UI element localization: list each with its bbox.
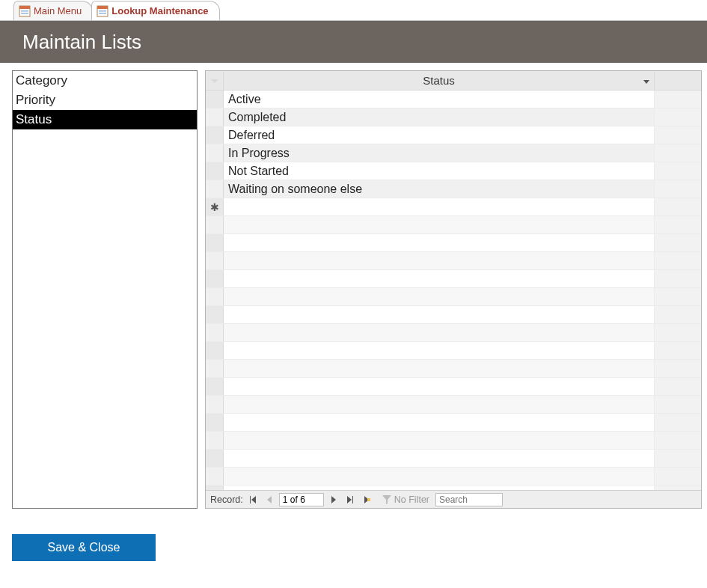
nav-prev-button[interactable] — [263, 493, 276, 506]
list-item[interactable]: Category — [13, 71, 197, 91]
svg-rect-7 — [99, 13, 106, 14]
empty-row — [206, 360, 701, 378]
empty-row — [206, 270, 701, 288]
record-label: Record: — [210, 494, 243, 505]
table-row[interactable]: In Progress — [206, 144, 701, 162]
tab-label: Main Menu — [34, 5, 82, 16]
tab-bar: Main Menu Lookup Maintenance — [0, 0, 707, 21]
cell-value[interactable]: Deferred — [224, 126, 655, 144]
empty-row — [206, 342, 701, 360]
column-header-status[interactable]: Status — [224, 71, 655, 90]
list-item[interactable]: Status — [13, 110, 197, 129]
chevron-down-icon — [643, 74, 649, 87]
row-selector[interactable] — [206, 162, 224, 180]
cell-value[interactable]: Active — [224, 91, 655, 108]
header-band: Maintain Lists — [0, 21, 707, 63]
row-extra — [655, 126, 701, 144]
svg-rect-2 — [21, 10, 28, 12]
row-extra — [655, 91, 701, 108]
empty-row — [206, 432, 701, 450]
form-icon — [19, 5, 31, 17]
work-zone: CategoryPriorityStatus Status ActiveComp… — [0, 63, 707, 509]
nav-last-button[interactable] — [343, 493, 357, 506]
new-record-row[interactable]: ✱ — [206, 198, 701, 216]
funnel-icon — [382, 495, 391, 504]
cell-value[interactable]: In Progress — [224, 144, 655, 162]
empty-row — [206, 216, 701, 234]
table-row[interactable]: Active — [206, 91, 701, 108]
tab-lookup-maintenance[interactable]: Lookup Maintenance — [91, 1, 219, 20]
row-selector[interactable] — [206, 180, 224, 197]
grid-body: ActiveCompletedDeferredIn ProgressNot St… — [206, 91, 701, 490]
search-input[interactable] — [435, 493, 503, 506]
column-header-label: Status — [423, 74, 455, 87]
table-row[interactable]: Waiting on someone else — [206, 180, 701, 198]
record-navigator: Record: No Filter — [206, 490, 701, 508]
nav-first-button[interactable] — [246, 493, 260, 506]
cell-value[interactable]: Completed — [224, 108, 655, 126]
row-extra — [655, 198, 701, 215]
table-row[interactable]: Completed — [206, 108, 701, 126]
row-selector[interactable] — [206, 91, 224, 108]
column-header-row: Status — [206, 71, 701, 91]
row-selector[interactable] — [206, 108, 224, 126]
save-close-button[interactable]: Save & Close — [12, 534, 156, 561]
datasheet-grid: Status ActiveCompletedDeferredIn Progres… — [206, 71, 701, 490]
empty-row — [206, 324, 701, 342]
cell-value[interactable] — [224, 198, 655, 215]
row-extra — [655, 162, 701, 180]
column-header-extra — [655, 71, 701, 90]
cell-value[interactable]: Waiting on someone else — [224, 180, 655, 197]
action-area: Save & Close — [0, 509, 707, 561]
form-icon — [97, 5, 108, 17]
row-extra — [655, 108, 701, 126]
record-position-input[interactable] — [279, 493, 324, 506]
row-extra — [655, 144, 701, 162]
cell-value[interactable]: Not Started — [224, 162, 655, 180]
nav-new-button[interactable] — [360, 493, 373, 506]
empty-row — [206, 414, 701, 432]
svg-rect-3 — [21, 13, 28, 14]
nav-next-button[interactable] — [327, 493, 340, 506]
select-all-cell[interactable] — [206, 71, 224, 90]
empty-row — [206, 450, 701, 468]
row-selector[interactable] — [206, 126, 224, 144]
empty-row — [206, 288, 701, 306]
filter-indicator[interactable]: No Filter — [382, 494, 429, 505]
empty-row — [206, 234, 701, 252]
tab-main-menu[interactable]: Main Menu — [13, 1, 93, 20]
filter-label: No Filter — [394, 494, 429, 505]
tab-label: Lookup Maintenance — [111, 5, 208, 16]
datasheet-panel: Status ActiveCompletedDeferredIn Progres… — [205, 70, 702, 509]
empty-row — [206, 468, 701, 486]
lookup-category-list[interactable]: CategoryPriorityStatus — [12, 70, 198, 509]
new-record-icon: ✱ — [206, 198, 224, 215]
svg-rect-1 — [19, 6, 30, 9]
list-item[interactable]: Priority — [13, 91, 197, 110]
page-title: Maintain Lists — [22, 31, 141, 54]
table-row[interactable]: Not Started — [206, 162, 701, 180]
row-selector[interactable] — [206, 144, 224, 162]
empty-row — [206, 306, 701, 324]
table-row[interactable]: Deferred — [206, 126, 701, 144]
empty-row — [206, 396, 701, 414]
svg-rect-6 — [99, 10, 106, 12]
svg-rect-5 — [97, 6, 108, 9]
empty-row — [206, 378, 701, 396]
row-extra — [655, 180, 701, 197]
empty-row — [206, 252, 701, 270]
